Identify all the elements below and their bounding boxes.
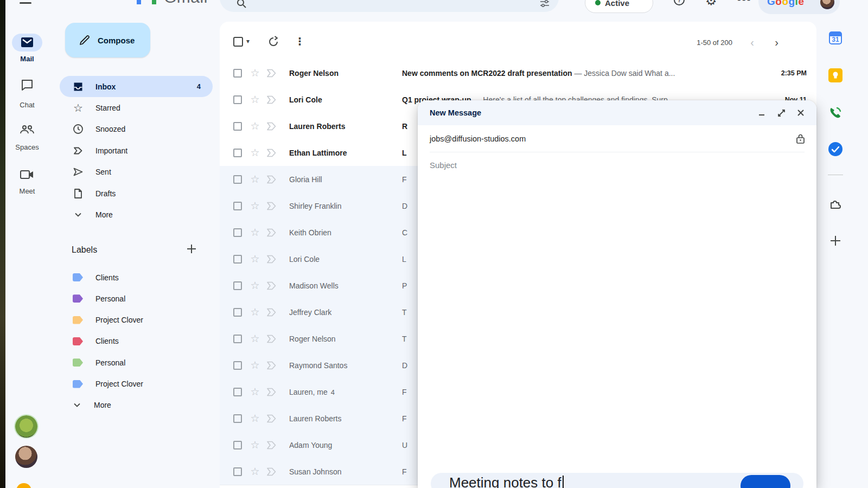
important-marker-icon[interactable] <box>266 175 277 184</box>
important-marker-icon[interactable] <box>266 467 277 477</box>
voice-icon[interactable] <box>828 106 843 121</box>
important-marker-icon[interactable] <box>266 281 277 291</box>
more-horizontal-icon[interactable]: ⋯ <box>737 0 751 8</box>
message-body[interactable] <box>418 178 816 473</box>
account-area[interactable]: Google <box>758 0 840 14</box>
star-icon[interactable]: ☆ <box>250 146 260 159</box>
sidebar-item-snoozed[interactable]: Snoozed <box>60 119 213 140</box>
row-checkbox[interactable] <box>233 69 242 78</box>
status-selector[interactable]: Active <box>585 0 653 13</box>
important-marker-icon[interactable] <box>266 68 277 78</box>
spaces-icon[interactable] <box>20 124 35 136</box>
list-more-icon[interactable]: ⋮ <box>295 35 305 48</box>
calendar-icon[interactable]: 31 <box>828 30 843 46</box>
person-avatar[interactable] <box>15 446 37 468</box>
important-marker-icon[interactable] <box>266 440 277 450</box>
star-icon[interactable]: ☆ <box>250 332 260 345</box>
row-checkbox[interactable] <box>233 255 242 264</box>
sidebar-item-inbox[interactable]: Inbox4 <box>60 76 213 97</box>
chat-icon[interactable] <box>21 79 34 91</box>
sidebar-item-sent[interactable]: Sent <box>60 162 213 183</box>
close-icon[interactable] <box>795 107 807 119</box>
refresh-icon[interactable] <box>267 36 279 48</box>
important-marker-icon[interactable] <box>266 387 277 397</box>
label-item-project-clover[interactable]: Project Clover <box>60 310 213 331</box>
open-in-full-icon[interactable] <box>775 107 787 119</box>
row-checkbox[interactable] <box>233 122 242 131</box>
recipients-field[interactable]: jobs@diffusion-studios.com <box>430 125 805 152</box>
yellow-avatar-partial[interactable] <box>16 483 31 488</box>
important-marker-icon[interactable] <box>266 121 277 131</box>
row-checkbox[interactable] <box>233 149 242 157</box>
keep-icon[interactable] <box>828 68 843 83</box>
settings-gear-icon[interactable]: ⚙ <box>705 0 717 8</box>
important-marker-icon[interactable] <box>266 307 277 317</box>
select-dropdown-caret[interactable]: ▾ <box>246 37 250 45</box>
green-character-avatar[interactable] <box>15 415 37 438</box>
tasks-icon[interactable] <box>828 142 843 157</box>
label-item-clients[interactable]: Clients <box>60 331 213 352</box>
rail-label-meet[interactable]: Meet <box>5 187 49 195</box>
send-button[interactable] <box>741 475 790 488</box>
row-checkbox[interactable] <box>233 228 242 237</box>
older-page-chevron[interactable]: › <box>775 37 778 48</box>
compose-header[interactable]: New Message <box>418 100 816 125</box>
important-marker-icon[interactable] <box>266 201 277 211</box>
star-icon[interactable]: ☆ <box>250 306 260 318</box>
newer-page-chevron[interactable]: ‹ <box>750 37 754 48</box>
plus-icon[interactable] <box>828 233 843 248</box>
rail-label-spaces[interactable]: Spaces <box>5 143 49 151</box>
help-icon[interactable]: ? <box>673 0 686 7</box>
get-addons-icon[interactable] <box>828 196 843 211</box>
subject-field[interactable]: Subject <box>430 152 805 179</box>
draft-input-bar[interactable]: Meeting notes to f <box>431 473 803 488</box>
mail-icon[interactable] <box>21 37 33 47</box>
important-marker-icon[interactable] <box>266 334 277 344</box>
select-all-checkbox[interactable] <box>233 37 243 47</box>
profile-avatar[interactable] <box>820 0 834 9</box>
important-marker-icon[interactable] <box>266 95 277 105</box>
star-icon[interactable]: ☆ <box>250 93 260 106</box>
star-icon[interactable]: ☆ <box>250 439 260 451</box>
minimize-icon[interactable] <box>756 107 768 119</box>
star-icon[interactable]: ☆ <box>250 359 260 371</box>
add-label-button[interactable] <box>186 243 197 255</box>
row-checkbox[interactable] <box>233 441 242 450</box>
star-icon[interactable]: ☆ <box>250 386 260 398</box>
recipient-address[interactable]: jobs@diffusion-studios.com <box>430 134 526 143</box>
row-checkbox[interactable] <box>233 95 242 104</box>
label-item-personal[interactable]: Personal <box>60 288 213 309</box>
important-marker-icon[interactable] <box>266 414 277 423</box>
email-row[interactable]: ☆Roger NelsonNew comments on MCR2022 dra… <box>220 60 816 87</box>
row-checkbox[interactable] <box>233 335 242 343</box>
row-checkbox[interactable] <box>233 281 242 290</box>
row-checkbox[interactable] <box>233 467 242 476</box>
star-icon[interactable]: ☆ <box>250 412 260 425</box>
row-checkbox[interactable] <box>233 414 242 423</box>
star-icon[interactable]: ☆ <box>250 226 260 239</box>
meet-icon[interactable] <box>20 169 34 180</box>
row-checkbox[interactable] <box>233 308 242 317</box>
sidebar-item-more[interactable]: More <box>60 204 213 225</box>
sidebar-item-drafts[interactable]: Drafts <box>60 183 213 204</box>
star-icon[interactable]: ☆ <box>250 120 260 132</box>
star-icon[interactable]: ☆ <box>250 173 260 185</box>
label-item-personal[interactable]: Personal <box>60 352 213 373</box>
search-bar[interactable]: Search mail and chat <box>220 0 559 12</box>
row-checkbox[interactable] <box>233 388 242 396</box>
sidebar-item-important[interactable]: Important <box>60 140 213 161</box>
label-item-clients[interactable]: Clients <box>60 267 213 288</box>
rail-label-chat[interactable]: Chat <box>5 101 49 109</box>
tune-icon[interactable] <box>540 0 549 8</box>
label-item-project-clover[interactable]: Project Clover <box>60 374 213 395</box>
row-checkbox[interactable] <box>233 202 242 210</box>
row-checkbox[interactable] <box>233 175 242 184</box>
star-icon[interactable]: ☆ <box>250 200 260 212</box>
labels-more[interactable]: More <box>60 395 213 416</box>
star-icon[interactable]: ☆ <box>250 465 260 478</box>
star-icon[interactable]: ☆ <box>250 253 260 265</box>
rail-label-mail[interactable]: Mail <box>5 55 49 63</box>
hamburger-menu-icon[interactable] <box>20 0 31 7</box>
important-marker-icon[interactable] <box>266 148 277 158</box>
important-marker-icon[interactable] <box>266 361 277 370</box>
